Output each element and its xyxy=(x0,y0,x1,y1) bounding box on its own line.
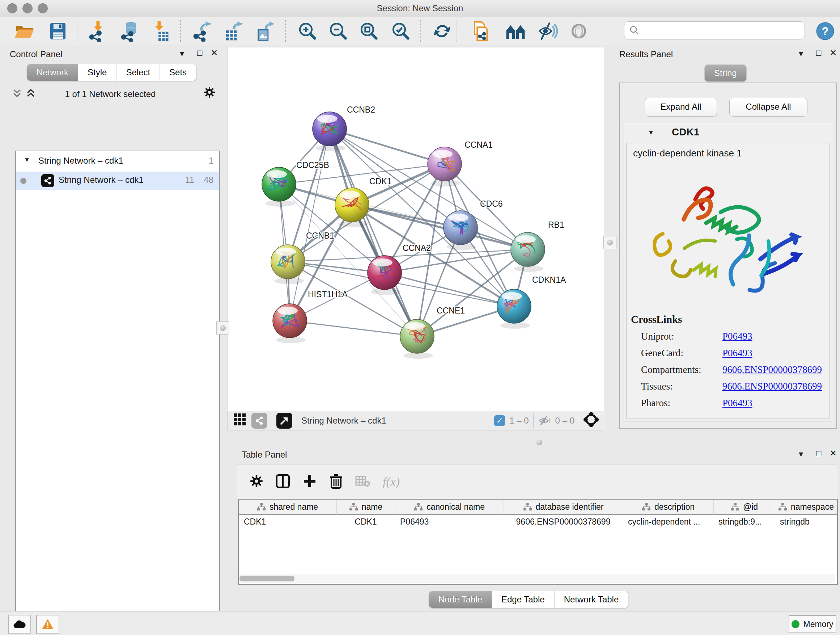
tab-select[interactable]: Select xyxy=(117,64,160,81)
zoom-selected-button[interactable] xyxy=(389,19,412,43)
hide-selected-button[interactable] xyxy=(537,19,560,43)
show-all-button[interactable] xyxy=(567,19,591,43)
tab-network[interactable]: Network xyxy=(27,64,78,81)
node-label-CCNE1: CCNE1 xyxy=(437,306,465,315)
export-image-button[interactable] xyxy=(253,19,276,43)
column-header-shared-name[interactable]: shared name xyxy=(239,500,336,515)
column-header-id[interactable]: @id xyxy=(714,500,775,515)
tab-style[interactable]: Style xyxy=(78,64,117,81)
open-folder-icon xyxy=(14,21,35,42)
import-network-file-button[interactable] xyxy=(86,19,109,43)
collection-expand-triangle-icon[interactable]: ▼ xyxy=(24,157,30,164)
delete-column-button[interactable] xyxy=(329,473,343,490)
import-network-database-button[interactable] xyxy=(118,19,142,43)
control-panel-close-icon[interactable]: ✕ xyxy=(210,49,218,57)
crosslink-genecard-link[interactable]: P06493 xyxy=(722,348,752,364)
grid-view-button[interactable] xyxy=(233,413,246,428)
column-header-canonical-name[interactable]: canonical name xyxy=(395,500,504,515)
cloud-status-button[interactable] xyxy=(8,615,31,633)
network-graph: CCNB2CCNA1CDC25BCDK1CDC6RB1CCNB1CCNA2CDK… xyxy=(227,48,603,410)
network-options-button[interactable] xyxy=(203,86,216,100)
columns-icon xyxy=(276,474,290,488)
collapse-all-button[interactable]: Collapse All xyxy=(729,98,807,117)
fit-selected-button[interactable] xyxy=(584,412,599,429)
network-row-selected[interactable]: String Network – cdk1 11 48 xyxy=(16,172,219,190)
zoom-fit-button[interactable] xyxy=(357,19,381,43)
tab-string[interactable]: String xyxy=(705,65,746,81)
export-network-button[interactable] xyxy=(191,19,214,43)
results-panel-float-icon[interactable]: □ xyxy=(816,49,821,57)
zoom-in-button[interactable] xyxy=(296,19,319,43)
export-image-icon xyxy=(254,21,275,42)
left-splitter-handle[interactable] xyxy=(216,321,229,334)
expand-all-button[interactable]: Expand All xyxy=(645,98,717,117)
network-name: String Network – cdk1 xyxy=(58,175,144,185)
show-graphics-details-button[interactable] xyxy=(470,19,493,43)
crosslink-pharos-link[interactable]: P06493 xyxy=(722,397,752,414)
results-panel-menu-arrow-icon[interactable]: ▾ xyxy=(799,49,803,58)
network-overview-button[interactable] xyxy=(251,413,267,429)
table-options-button[interactable] xyxy=(249,474,264,489)
network-view-canvas[interactable]: CCNB2CCNA1CDC25BCDK1CDC6RB1CCNB1CCNA2CDK… xyxy=(227,47,604,412)
column-header-database-identifier[interactable]: database identifier xyxy=(504,500,623,515)
tab-node-table[interactable]: Node Table xyxy=(429,591,492,608)
tab-sets[interactable]: Sets xyxy=(160,64,196,81)
window-title: Session: New Session xyxy=(0,0,840,17)
tab-edge-table[interactable]: Edge Table xyxy=(492,591,554,608)
column-header-name[interactable]: name xyxy=(336,500,395,515)
scrollbar-thumb[interactable] xyxy=(240,576,294,581)
search-input[interactable] xyxy=(639,25,797,36)
import-table-button[interactable] xyxy=(148,19,171,43)
toolbar-separator xyxy=(420,20,421,42)
zoom-selected-icon xyxy=(390,21,411,42)
results-panel-close-icon[interactable]: ✕ xyxy=(829,49,837,57)
table-panel-float-icon[interactable]: □ xyxy=(816,449,821,458)
crosslink-tissues-link[interactable]: 9606.ENSP00000378699 xyxy=(722,381,822,397)
tab-network-table[interactable]: Network Table xyxy=(554,591,628,608)
node-label-CCNB1: CCNB1 xyxy=(306,231,334,241)
function-builder-button[interactable]: f(x) xyxy=(383,475,400,489)
selected-nodes-checkbox[interactable]: ✓ xyxy=(494,415,505,426)
crosslink-compartments-link[interactable]: 9606.ENSP00000378699 xyxy=(722,364,822,381)
column-header-description[interactable]: description xyxy=(623,500,714,515)
birds-eye-view-button[interactable] xyxy=(276,413,292,429)
table-horizontal-scrollbar[interactable] xyxy=(239,574,835,583)
save-session-button[interactable] xyxy=(46,19,69,43)
help-button[interactable]: ? xyxy=(813,19,837,43)
control-panel-menu-arrow-icon[interactable]: ▾ xyxy=(180,49,184,58)
cell-id[interactable]: stringdb:9... xyxy=(714,516,775,528)
search-box xyxy=(624,21,805,40)
apply-layout-button[interactable] xyxy=(431,19,454,43)
crosslink-uniprot-link[interactable]: P06493 xyxy=(722,331,752,348)
first-neighbors-button[interactable] xyxy=(504,19,527,43)
cell-database-identifier[interactable]: 9606.ENSP00000378699 xyxy=(504,516,623,528)
table-panel-menu-arrow-icon[interactable]: ▾ xyxy=(799,450,803,458)
entry-collapse-triangle-icon[interactable]: ▼ xyxy=(648,129,654,136)
cell-shared-name[interactable]: CDK1 xyxy=(239,516,336,528)
toolbar-separator xyxy=(533,413,534,428)
import-database-icon xyxy=(120,21,141,42)
right-splitter-handle[interactable] xyxy=(603,236,616,249)
cell-namespace[interactable]: stringdb xyxy=(775,516,837,528)
node-label-CDC6: CDC6 xyxy=(480,199,503,209)
warning-icon xyxy=(42,619,54,630)
warning-status-button[interactable] xyxy=(36,615,59,633)
column-header-namespace[interactable]: namespace xyxy=(775,500,837,515)
control-panel-float-icon[interactable]: □ xyxy=(197,49,202,57)
cell-description[interactable]: cyclin-dependent ... xyxy=(623,516,714,528)
network-collection-row[interactable]: ▼ String Network – cdk1 1 xyxy=(16,154,219,169)
cell-name[interactable]: CDK1 xyxy=(336,516,395,528)
create-column-button[interactable] xyxy=(302,474,317,490)
hierarchy-icon xyxy=(642,503,651,511)
open-session-button[interactable] xyxy=(13,19,36,43)
memory-button[interactable]: Memory xyxy=(789,615,836,633)
table-panel-close-icon[interactable]: ✕ xyxy=(829,449,837,458)
show-columns-button[interactable] xyxy=(276,474,290,490)
zoom-out-button[interactable] xyxy=(327,19,350,43)
crosslinks-list: Uniprot: P06493 GeneCard: P06493 Compart… xyxy=(641,331,822,414)
delete-table-button[interactable] xyxy=(355,475,370,489)
network-node-count: 11 xyxy=(185,175,194,185)
cell-canonical-name[interactable]: P06493 xyxy=(395,516,504,528)
hidden-eye-icon xyxy=(538,415,553,426)
export-table-button[interactable] xyxy=(222,19,245,43)
